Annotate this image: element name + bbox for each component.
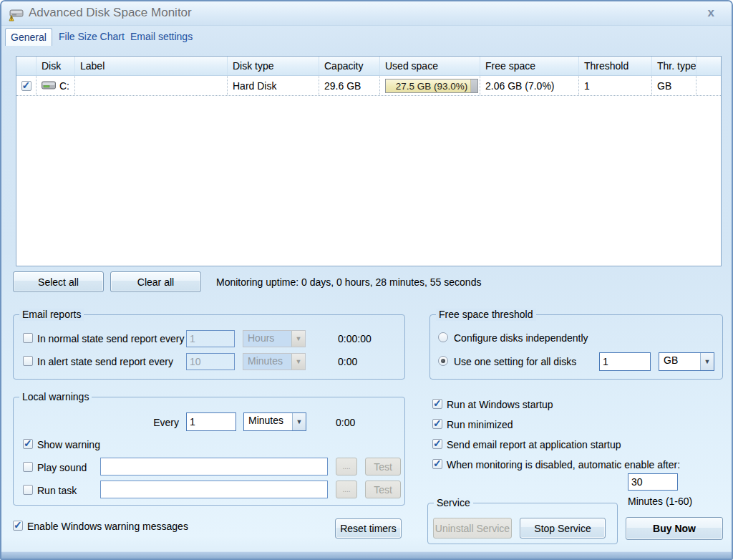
auto-enable-label[interactable]: When monitoring is disabled, automatic e… (447, 459, 680, 470)
enable-windows-warnings-checkbox[interactable]: ✓ (13, 521, 23, 531)
checkmark-icon: ✓ (433, 417, 442, 429)
threshold-unit-dropdown[interactable]: GB ▼ (659, 352, 714, 371)
chevron-down-icon: ▼ (291, 354, 305, 370)
row-checkbox-cell: ✓ (16, 76, 37, 95)
table-row[interactable]: ✓ C: Hard Disk 29.6 GB 27.5 GB (93.0%) 2… (16, 76, 721, 96)
run-minimized-checkbox[interactable]: ✓ (432, 419, 442, 429)
app-window: Advanced Disk Space Monitor x General Fi… (0, 0, 733, 560)
header-capacity[interactable]: Capacity (319, 57, 380, 75)
alert-report-checkbox[interactable] (23, 356, 33, 366)
free-space-cell: 2.06 GB (7.0%) (480, 76, 579, 95)
play-sound-browse-button[interactable]: .... (336, 458, 357, 475)
auto-enable-unit-label: Minutes (1-60) (628, 496, 692, 507)
checkmark-icon: ✓ (433, 458, 442, 469)
configure-independently-label[interactable]: Configure disks independently (454, 332, 588, 344)
normal-elapsed-text: 0:00:00 (338, 333, 372, 344)
row-filler (696, 76, 721, 95)
show-warning-label[interactable]: Show warning (37, 439, 100, 450)
header-disk[interactable]: Disk (37, 57, 75, 75)
warning-elapsed-text: 0:00 (336, 417, 355, 428)
every-label: Every (130, 417, 179, 428)
one-setting-radio[interactable] (438, 356, 448, 366)
send-email-startup-label[interactable]: Send email report at application startup (447, 439, 621, 450)
checkmark-icon: ✓ (433, 397, 442, 409)
chevron-down-icon: ▼ (291, 331, 305, 347)
select-all-button[interactable]: Select all (13, 271, 104, 292)
uninstall-service-button[interactable]: Uninstall Service (433, 518, 512, 539)
uptime-text: Monitoring uptime: 0 days, 0 hours, 28 m… (216, 276, 481, 288)
run-task-test-button[interactable]: Test (365, 481, 401, 498)
checkmark-icon: ✓ (24, 438, 32, 449)
warning-unit-value: Minutes (244, 413, 292, 430)
warning-interval-input[interactable] (186, 412, 236, 431)
threshold-unit-value: GB (659, 353, 700, 370)
free-space-threshold-title: Free space threshold (436, 309, 536, 321)
clear-all-button[interactable]: Clear all (110, 271, 201, 292)
tab-general[interactable]: General (5, 28, 52, 46)
used-space-value: 27.5 GB (93.0%) (386, 79, 477, 92)
reset-timers-button[interactable]: Reset timers (335, 518, 402, 539)
capacity-cell: 29.6 GB (319, 76, 380, 95)
enable-windows-warnings-label[interactable]: Enable Windows warning messages (27, 521, 188, 532)
header-thr-type[interactable]: Thr. type (652, 57, 696, 75)
normal-report-checkbox[interactable] (23, 333, 33, 343)
run-task-path-input[interactable] (100, 481, 328, 498)
disk-table: Disk Label Disk type Capacity Used space… (16, 56, 722, 266)
checkmark-icon: ✓ (14, 519, 22, 531)
tab-email-settings[interactable]: Email settings (130, 28, 193, 46)
disk-letter: C: (59, 80, 69, 92)
auto-enable-checkbox[interactable]: ✓ (432, 459, 442, 469)
alert-unit-dropdown[interactable]: Minutes ▼ (243, 353, 306, 370)
thr-type-cell: GB (652, 76, 696, 95)
app-disk-warning-icon (9, 6, 24, 22)
header-disk-type[interactable]: Disk type (228, 57, 319, 75)
disk-cell: C: (37, 76, 75, 95)
run-at-startup-checkbox[interactable]: ✓ (432, 399, 442, 409)
header-label[interactable]: Label (75, 57, 228, 75)
buy-now-button[interactable]: Buy Now (626, 517, 723, 540)
header-used-space[interactable]: Used space (380, 57, 480, 75)
normal-report-label[interactable]: In normal state send report every (37, 333, 184, 344)
configure-independently-radio[interactable] (438, 332, 448, 342)
label-cell (75, 76, 228, 95)
auto-enable-minutes-input[interactable] (628, 473, 678, 491)
threshold-cell: 1 (579, 76, 652, 95)
header-threshold[interactable]: Threshold (579, 57, 652, 75)
play-sound-test-button[interactable]: Test (365, 458, 401, 475)
send-email-startup-checkbox[interactable]: ✓ (432, 439, 442, 449)
alert-interval-input[interactable] (186, 353, 235, 370)
close-icon[interactable]: x (708, 6, 714, 20)
local-warnings-title: Local warnings (19, 391, 92, 403)
threshold-value-input[interactable] (599, 352, 651, 371)
alert-report-label[interactable]: In alert state send report every (37, 356, 173, 367)
service-title: Service (434, 497, 473, 509)
checkmark-icon: ✓ (22, 79, 31, 91)
email-reports-title: Email reports (19, 309, 84, 321)
normal-unit-dropdown[interactable]: Hours ▼ (243, 330, 306, 347)
stop-service-button[interactable]: Stop Service (520, 518, 606, 539)
show-warning-checkbox[interactable]: ✓ (23, 439, 33, 449)
run-task-checkbox[interactable] (23, 485, 33, 495)
tab-file-size-chart[interactable]: File Size Chart (59, 28, 125, 46)
play-sound-checkbox[interactable] (23, 462, 33, 472)
normal-interval-input[interactable] (186, 330, 235, 347)
used-space-bar: 27.5 GB (93.0%) (385, 79, 478, 93)
play-sound-path-input[interactable] (100, 458, 328, 475)
run-at-startup-label[interactable]: Run at Windows startup (447, 399, 553, 410)
hard-disk-icon (42, 81, 56, 90)
one-setting-label[interactable]: Use one setting for all disks (454, 356, 576, 367)
run-task-label[interactable]: Run task (37, 485, 77, 496)
disk-table-header: Disk Label Disk type Capacity Used space… (16, 57, 721, 76)
disk-row-checkbox[interactable]: ✓ (21, 81, 31, 91)
disk-type-cell: Hard Disk (228, 76, 319, 95)
run-task-browse-button[interactable]: .... (336, 481, 357, 498)
warning-unit-dropdown[interactable]: Minutes ▼ (243, 412, 306, 431)
title-bar[interactable]: Advanced Disk Space Monitor x (1, 1, 732, 26)
header-filler (696, 57, 721, 75)
checkmark-icon: ✓ (433, 438, 442, 449)
run-minimized-label[interactable]: Run minimized (447, 419, 513, 430)
normal-unit-value: Hours (243, 331, 291, 347)
alert-elapsed-text: 0:00 (338, 356, 357, 367)
play-sound-label[interactable]: Play sound (37, 462, 87, 473)
header-free-space[interactable]: Free space (480, 57, 579, 75)
